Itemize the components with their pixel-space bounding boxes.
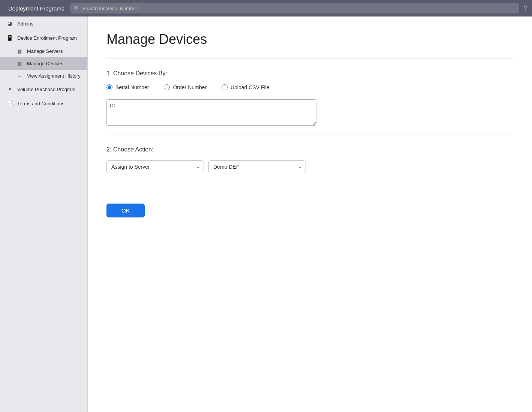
sidebar-label-manage-devices: Manage Devices (27, 61, 63, 66)
sidebar-item-view-assignment-history[interactable]: ≡ View Assignment History (0, 70, 87, 82)
radio-option-order[interactable]: Order Number (164, 84, 206, 90)
search-input[interactable] (82, 6, 516, 11)
vpp-icon: ✦ (6, 86, 13, 93)
admins-icon: ◕ (6, 20, 13, 27)
dep-icon: 📱 (6, 34, 13, 41)
main-content: Manage Devices 1. Choose Devices By: Ser… (88, 16, 532, 412)
radio-order[interactable] (164, 84, 170, 90)
sidebar-label-terms: Terms and Conditions (17, 101, 64, 106)
step2-label: 2. Choose Action: (106, 146, 513, 153)
sidebar: ◕ Admins 📱 Device Enrollment Program ▦ M… (0, 16, 88, 412)
ok-button[interactable]: OK (106, 204, 145, 217)
search-bar: 🔍 (70, 3, 519, 13)
radio-option-csv[interactable]: Upload CSV File (222, 84, 270, 90)
app-title: Deployment Programs (8, 5, 64, 12)
sidebar-item-manage-servers[interactable]: ▦ Manage Servers (0, 45, 87, 57)
action-select[interactable]: Assign to Server Unassign from Server (106, 160, 204, 173)
server-select[interactable]: Demo DEP Server 2 (208, 160, 306, 173)
sidebar-item-manage-devices[interactable]: ▥ Manage Devices (0, 57, 87, 70)
sidebar-item-admins[interactable]: ◕ Admins (0, 16, 87, 31)
manage-devices-icon: ▥ (16, 61, 23, 66)
action-row: Assign to Server Unassign from Server De… (106, 160, 513, 173)
top-bar: Deployment Programs 🔍 ? (0, 0, 532, 16)
divider-1 (106, 58, 513, 59)
view-history-icon: ≡ (16, 73, 23, 79)
server-select-wrapper: Demo DEP Server 2 (208, 160, 306, 173)
terms-icon: 📄 (6, 100, 13, 107)
step1-label: 1. Choose Devices By: (106, 70, 513, 77)
sidebar-label-admins: Admins (17, 21, 33, 27)
radio-csv-label: Upload CSV File (231, 84, 270, 90)
radio-option-serial[interactable]: Serial Number (106, 84, 149, 90)
radio-order-label: Order Number (173, 84, 206, 90)
radio-csv[interactable] (222, 84, 228, 90)
serial-number-textarea[interactable]: C1 (106, 99, 316, 126)
radio-group-devices-by: Serial Number Order Number Upload CSV Fi… (106, 84, 513, 90)
sidebar-item-device-enrollment[interactable]: 📱 Device Enrollment Program (0, 31, 87, 45)
sidebar-label-vpp: Volume Purchase Program (17, 87, 75, 92)
action-select-wrapper: Assign to Server Unassign from Server (106, 160, 204, 173)
divider-3 (106, 181, 513, 181)
manage-servers-icon: ▦ (16, 48, 23, 54)
radio-serial[interactable] (106, 84, 112, 90)
sidebar-item-vpp[interactable]: ✦ Volume Purchase Program (0, 82, 87, 96)
page-title: Manage Devices (106, 31, 513, 47)
sidebar-label-manage-servers: Manage Servers (27, 48, 63, 54)
radio-serial-label: Serial Number (115, 84, 149, 90)
sidebar-label-dep: Device Enrollment Program (17, 35, 77, 41)
search-icon: 🔍 (74, 6, 80, 11)
divider-2 (106, 135, 513, 135)
sidebar-label-view-history: View Assignment History (27, 73, 81, 79)
layout: ◕ Admins 📱 Device Enrollment Program ▦ M… (0, 16, 532, 412)
help-icon[interactable]: ? (524, 4, 528, 12)
sidebar-item-terms[interactable]: 📄 Terms and Conditions (0, 96, 87, 111)
